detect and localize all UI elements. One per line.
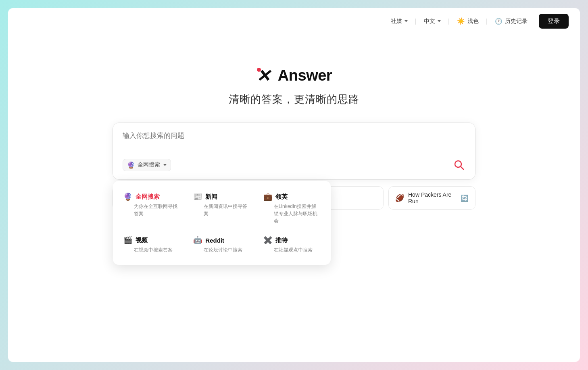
login-button[interactable]: 登录 [539, 14, 569, 29]
logo: ✕ Answer [256, 67, 332, 84]
search-container: 🔮 全网搜索 🔮 全网搜索 为 [113, 123, 475, 180]
twitter-title: 推特 [275, 237, 288, 244]
logo-x-icon: ✕ [256, 67, 274, 84]
social-chevron-icon [405, 20, 408, 22]
reddit-desc: 在论坛讨论中搜索 [204, 246, 250, 254]
history-icon: 🕐 [495, 18, 503, 25]
linkedin-icon: 💼 [263, 192, 272, 201]
search-dropdown: 🔮 全网搜索 为你在全互联网寻找答案 📰 新闻 在新闻资讯中搜寻答案 💼 [113, 181, 331, 265]
video-desc: 在视频中搜索答案 [134, 246, 180, 254]
trending-text-4: How Packers Are Run [408, 191, 457, 204]
theme-label: 浅色 [467, 18, 479, 25]
search-mode-label: 全网搜索 [138, 161, 160, 168]
logo-text: Answer [278, 67, 332, 84]
header: 社媒 | 中文 | ☀️ 浅色 | 🕐 历史记录 登录 [8, 8, 580, 34]
twitter-desc: 在社媒观点中搜索 [274, 246, 320, 254]
trending-football-icon: 🏈 [395, 193, 404, 202]
social-media-nav[interactable]: 社媒 [388, 15, 411, 27]
video-icon: 🎬 [123, 236, 132, 245]
language-nav[interactable]: 中文 [421, 15, 444, 27]
svg-point-1 [257, 68, 261, 72]
hero-section: ✕ Answer 清晰的答案，更清晰的思路 🔮 全网搜索 [8, 34, 580, 210]
dropdown-item-web[interactable]: 🔮 全网搜索 为你在全互联网寻找答案 [118, 187, 186, 229]
web-search-title: 全网搜索 [136, 193, 160, 201]
svg-line-3 [461, 166, 463, 169]
dropdown-item-twitter[interactable]: ✖️ 推特 在社媒观点中搜索 [258, 231, 326, 258]
news-desc: 在新闻资讯中搜寻答案 [204, 203, 250, 217]
language-chevron-icon [438, 20, 441, 22]
video-title: 视频 [136, 237, 148, 244]
twitter-icon: ✖️ [263, 236, 272, 245]
search-mode-selector[interactable]: 🔮 全网搜索 [123, 159, 171, 171]
search-button[interactable] [451, 157, 467, 173]
search-mode-chevron-icon [163, 164, 167, 166]
linkedin-desc: 在LinkedIn搜索并解锁专业人脉与职场机会 [274, 203, 320, 224]
dropdown-item-linkedin[interactable]: 💼 领英 在LinkedIn搜索并解锁专业人脉与职场机会 [258, 187, 326, 229]
news-icon: 📰 [193, 192, 202, 201]
social-media-label: 社媒 [391, 18, 402, 25]
dropdown-item-news[interactable]: 📰 新闻 在新闻资讯中搜寻答案 [188, 187, 256, 229]
history-label: 历史记录 [505, 18, 528, 25]
linkedin-title: 领英 [275, 193, 288, 201]
reddit-title: Reddit [205, 237, 224, 244]
trending-item-4[interactable]: 🏈 How Packers Are Run 🔄 [388, 186, 475, 210]
tagline: 清晰的答案，更清晰的思路 [229, 92, 359, 106]
theme-nav[interactable]: ☀️ 浅色 [454, 15, 482, 27]
search-submit-icon [453, 159, 465, 170]
search-input[interactable] [123, 131, 467, 151]
refresh-icon[interactable]: 🔄 [461, 194, 469, 202]
history-nav[interactable]: 🕐 历史记录 [492, 15, 531, 27]
search-mode-icon: 🔮 [127, 161, 135, 169]
sun-icon: ☀️ [457, 17, 465, 25]
search-footer: 🔮 全网搜索 [123, 157, 467, 173]
reddit-icon: 🤖 [193, 236, 202, 245]
news-title: 新闻 [205, 193, 217, 201]
language-label: 中文 [424, 18, 435, 25]
web-search-icon: 🔮 [123, 192, 132, 201]
web-search-desc: 为你在全互联网寻找答案 [134, 203, 180, 217]
dropdown-item-reddit[interactable]: 🤖 Reddit 在论坛讨论中搜索 [188, 231, 256, 258]
dropdown-item-video[interactable]: 🎬 视频 在视频中搜索答案 [118, 231, 186, 258]
logo-symbol: ✕ [256, 67, 274, 84]
